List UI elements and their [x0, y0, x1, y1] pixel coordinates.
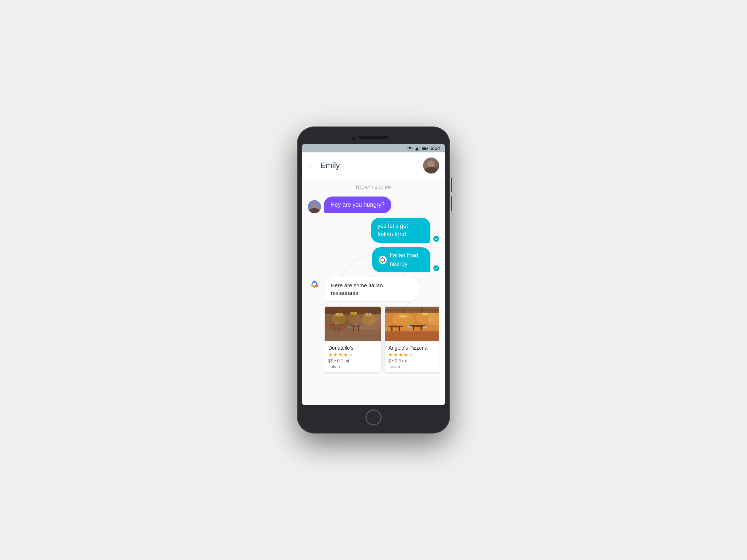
star-4: ★	[344, 352, 348, 358]
restaurant-meta-2: $ • 0.3 mi	[388, 358, 438, 363]
assistant-row: Here are some italian restaurants:	[308, 277, 439, 302]
assistant-sent-text: Italian food nearby	[390, 252, 424, 268]
svg-point-72	[422, 313, 428, 315]
svg-rect-66	[385, 331, 439, 341]
restaurant-stars-2: ★ ★ ★ ★ ★	[388, 352, 438, 358]
status-time: 6:14	[430, 145, 440, 151]
svg-rect-33	[325, 330, 381, 341]
svg-point-0	[410, 149, 410, 150]
chat-area: TODAY • 6:14 PM Hey are you hungry? yes …	[302, 179, 445, 405]
signal-icon	[415, 146, 421, 151]
svg-rect-2	[416, 148, 417, 151]
svg-rect-52	[385, 310, 439, 311]
status-icons	[407, 146, 428, 151]
svg-point-17	[380, 260, 382, 261]
svg-point-45	[332, 314, 347, 325]
phone-frame: 6:14 ← Emily TODAY • 6:14 PM	[297, 127, 450, 433]
contact-name: Emily	[320, 161, 340, 170]
svg-point-24	[311, 284, 313, 287]
header-left: ← Emily	[308, 161, 340, 170]
star-5-r2: ★	[409, 352, 413, 358]
svg-point-25	[314, 286, 316, 288]
received-text: Hey are you hungry?	[330, 202, 385, 208]
received-bubble: Hey are you hungry?	[324, 197, 391, 213]
svg-rect-54	[421, 307, 423, 313]
restaurant-image-1	[325, 307, 381, 341]
svg-rect-7	[427, 148, 428, 149]
assistant-inline-icon	[379, 256, 387, 264]
battery-icon	[422, 146, 428, 151]
svg-point-18	[382, 262, 383, 263]
wifi-icon	[407, 146, 413, 151]
phone-screen: 6:14 ← Emily TODAY • 6:14 PM	[302, 144, 445, 405]
star-1-r2: ★	[388, 352, 393, 358]
sent-wrapper: yes let's get Italian food	[356, 218, 439, 243]
svg-point-15	[382, 257, 383, 258]
restaurant-type-2: Italian	[388, 364, 438, 369]
status-bar: 6:14	[302, 144, 445, 152]
star-4-r2: ★	[404, 352, 408, 358]
svg-rect-60	[400, 327, 405, 328]
svg-point-70	[399, 315, 407, 318]
restaurant-type-1: Italian	[328, 364, 378, 369]
restaurant-name-2: Angelo's Pizzeria	[388, 345, 438, 351]
restaurant-name-1: Donatello's	[328, 345, 378, 351]
card-info-2: Angelo's Pizzeria ★ ★ ★ ★ ★ $ • 0.3 mi	[385, 341, 439, 372]
phone-top-bar	[302, 133, 445, 144]
speaker	[359, 136, 388, 139]
star-3: ★	[338, 352, 343, 358]
app-header: ← Emily	[302, 152, 445, 179]
volume-down-button[interactable]	[451, 197, 452, 211]
svg-rect-57	[391, 327, 392, 331]
timestamp: TODAY • 6:14 PM	[308, 185, 439, 190]
star-1: ★	[328, 352, 333, 358]
svg-point-47	[361, 314, 376, 325]
restaurant-stars-1: ★ ★ ★ ★ ★	[328, 352, 378, 358]
assistant-sent-bubble: Italian food nearby	[372, 247, 430, 272]
svg-point-46	[347, 314, 360, 323]
sender-avatar	[308, 200, 321, 213]
restaurant-image-2	[385, 307, 439, 341]
svg-rect-58	[399, 327, 400, 331]
volume-up-button[interactable]	[451, 178, 452, 192]
star-5: ★	[349, 352, 353, 358]
star-3-r2: ★	[399, 352, 403, 358]
restaurant-card-1[interactable]: Donatello's ★ ★ ★ ★ ★ $$ • 0.1 mi	[325, 307, 381, 372]
svg-rect-61	[410, 325, 425, 327]
check-mark-2	[433, 265, 439, 272]
svg-rect-63	[421, 327, 422, 330]
svg-rect-3	[417, 147, 418, 150]
restaurant-meta-1: $$ • 0.1 mi	[328, 358, 378, 363]
google-assistant-icon	[309, 279, 320, 289]
sent-bubble: yes let's get Italian food	[371, 218, 430, 243]
restaurant-card-2[interactable]: Angelo's Pizzeria ★ ★ ★ ★ ★ $ • 0.3 mi	[385, 307, 439, 372]
sent-text: yes let's get Italian food	[378, 223, 408, 237]
svg-rect-4	[419, 147, 419, 150]
assistant-text-content: Here are some italian restaurants:	[331, 282, 383, 296]
svg-point-19	[433, 265, 439, 271]
back-button[interactable]: ←	[308, 162, 315, 170]
svg-rect-62	[413, 327, 414, 330]
star-2: ★	[333, 352, 338, 358]
message-row-assistant-sent: Italian food nearby	[308, 247, 439, 272]
svg-rect-73	[429, 313, 439, 325]
svg-point-16	[384, 260, 386, 261]
avatar-face	[423, 158, 439, 174]
assistant-avatar	[308, 277, 321, 291]
svg-point-23	[316, 284, 318, 287]
home-button[interactable]	[365, 409, 382, 425]
svg-rect-65	[423, 326, 427, 328]
card-info-1: Donatello's ★ ★ ★ ★ ★ $$ • 0.1 mi	[325, 341, 381, 372]
svg-rect-59	[387, 327, 391, 328]
star-2-r2: ★	[394, 352, 398, 358]
svg-point-22	[313, 281, 316, 283]
phone-bottom	[302, 405, 445, 427]
assistant-message-bubble: Here are some italian restaurants:	[325, 277, 419, 302]
contact-avatar[interactable]	[423, 158, 439, 174]
svg-point-12	[433, 236, 439, 242]
message-row-received: Hey are you hungry?	[308, 197, 439, 213]
check-mark-1	[433, 236, 439, 243]
camera	[352, 137, 355, 140]
svg-rect-1	[415, 149, 415, 150]
svg-rect-6	[423, 147, 426, 149]
